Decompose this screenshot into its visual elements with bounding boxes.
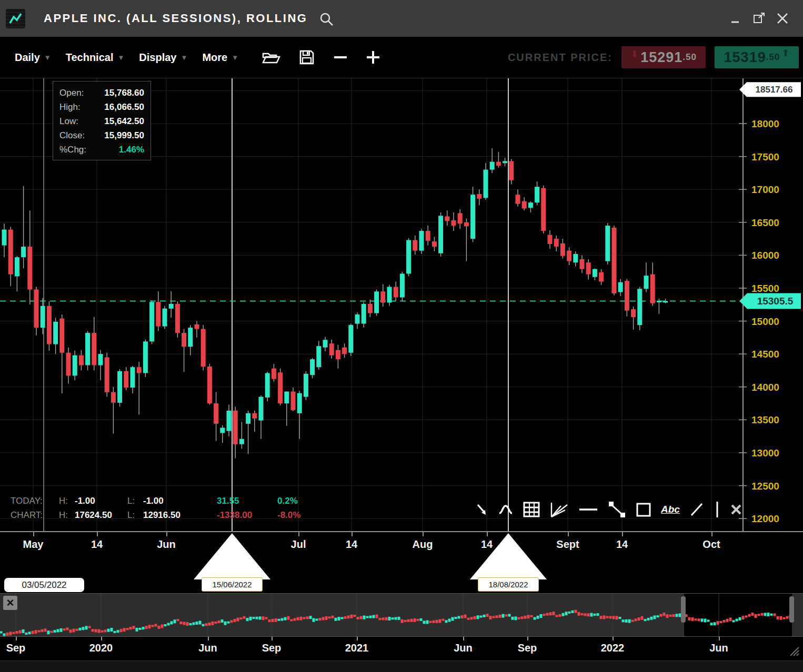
svg-text:16000: 16000	[751, 250, 779, 261]
chart-stats-row: CHART:H:17624.50 L:12916.50 -1338.00-8.0…	[11, 508, 338, 522]
date-marker-label[interactable]: 18/08/2022	[478, 577, 539, 592]
vertical-line-tool-icon[interactable]	[714, 499, 721, 520]
start-date-label: 03/05/2022	[4, 578, 84, 592]
mini-axis-label: Sep	[518, 642, 537, 654]
close-icon[interactable]	[775, 11, 790, 26]
app-chart-icon	[6, 9, 25, 28]
window-bottom-bar	[0, 660, 803, 672]
chevron-down-icon: ▼	[232, 54, 238, 62]
mini-axis-label: 2021	[345, 642, 369, 654]
mini-axis-tick	[463, 637, 464, 640]
ask-price-button[interactable]: 15319.50 ⬆	[715, 46, 799, 68]
chevron-down-icon: ▼	[44, 54, 51, 62]
menu-technical[interactable]: Technical▼	[66, 52, 125, 64]
x-axis-label: May	[23, 538, 44, 551]
date-marker-label[interactable]: 15/06/2022	[202, 577, 263, 592]
mini-axis-tick	[101, 637, 102, 640]
x-axis-label: Aug	[413, 538, 433, 551]
window-title: APPLE INC. (ALL SESSIONS), ROLLING	[44, 12, 307, 25]
x-axis-label: Sept	[556, 538, 579, 551]
mini-axis-tick	[613, 637, 614, 640]
mini-axis-tick	[16, 637, 17, 640]
arrow-up-icon: ⬆	[781, 47, 789, 59]
mini-axis-tick	[208, 637, 209, 640]
grid-tool-icon[interactable]	[523, 499, 540, 520]
x-axis-tick	[568, 532, 569, 536]
minimap-left-handle[interactable]	[681, 596, 686, 623]
mini-axis-tick	[272, 637, 273, 640]
current-price-label: CURRENT PRICE:	[508, 52, 613, 64]
x-axis-tick	[622, 532, 623, 536]
menu-more[interactable]: More▼	[202, 52, 238, 64]
mini-axis-label: Jun	[454, 642, 473, 654]
mini-axis-label: Sep	[6, 642, 26, 654]
mini-axis-label: Sep	[262, 642, 282, 654]
restore-button[interactable]	[751, 11, 767, 26]
minimap-right-handle[interactable]	[789, 596, 794, 623]
x-axis-tick	[711, 532, 712, 536]
mini-axis-tick	[719, 637, 720, 640]
toolbar: Daily▼ Technical▼ Display▼ More▼ CURRENT…	[0, 37, 803, 78]
minimize-button[interactable]	[728, 11, 744, 26]
menu-display[interactable]: Display▼	[139, 52, 187, 64]
chevron-down-icon: ▼	[117, 54, 124, 62]
bid-price-button[interactable]: ⬇ 15291.50	[621, 46, 706, 68]
cursor-tool-icon[interactable]	[475, 499, 489, 520]
x-axis-label: 14	[91, 538, 103, 551]
mini-axis-label: 2022	[601, 642, 625, 654]
minimap[interactable]: ✕	[0, 593, 803, 636]
mini-axis-label: Jun	[198, 642, 217, 654]
svg-text:14500: 14500	[751, 349, 779, 360]
zoom-out-icon[interactable]	[333, 50, 348, 65]
svg-text:16500: 16500	[751, 217, 779, 228]
x-axis-label: Oct	[702, 538, 720, 551]
pct-change-value: 1.46%	[119, 142, 144, 157]
drawing-toolbar: Abc	[475, 499, 742, 520]
last-price-tag: 15305.5	[757, 296, 794, 307]
session-high-tag: 18517.66	[756, 85, 793, 95]
resize-grip-icon[interactable]	[788, 645, 800, 659]
text-tool[interactable]: Abc	[661, 499, 680, 520]
arrow-down-icon: ⬇	[630, 48, 638, 60]
curve-tool-icon[interactable]	[498, 499, 514, 520]
svg-text:15500: 15500	[751, 283, 779, 294]
minimap-close-icon[interactable]: ✕	[3, 596, 17, 610]
title-bar: APPLE INC. (ALL SESSIONS), ROLLING	[0, 0, 803, 37]
menu-daily[interactable]: Daily▼	[15, 52, 51, 64]
mini-axis-tick	[357, 637, 358, 640]
open-folder-icon[interactable]	[262, 50, 280, 65]
horizontal-line-tool-icon[interactable]	[578, 499, 598, 520]
svg-text:17000: 17000	[751, 184, 779, 195]
mini-axis-tick	[527, 637, 528, 640]
main-chart-area[interactable]: 1800017500170001650016000155001500014500…	[0, 78, 803, 531]
search-icon[interactable]	[319, 12, 335, 27]
x-axis: May14JunJul14Aug14Sept14Oct 15/06/2022 1…	[0, 531, 803, 593]
svg-text:18000: 18000	[751, 118, 779, 129]
svg-text:15000: 15000	[751, 316, 779, 327]
x-axis-tick	[352, 532, 353, 536]
fan-lines-tool-icon[interactable]	[549, 499, 569, 520]
x-axis-tick	[33, 532, 34, 536]
rectangle-tool-icon[interactable]	[635, 499, 652, 520]
svg-text:17500: 17500	[751, 151, 779, 162]
mini-axis-label: 2020	[89, 642, 113, 654]
svg-text:13000: 13000	[751, 447, 779, 459]
chevron-down-icon: ▼	[181, 54, 188, 62]
save-icon[interactable]	[298, 49, 315, 66]
svg-text:12000: 12000	[751, 513, 779, 524]
zoom-in-icon[interactable]	[366, 50, 380, 65]
x-axis-label: Jul	[291, 538, 306, 551]
range-stats: TODAY:H:-1.00 L:-1.00 31.550.2% CHART:H:…	[11, 494, 338, 522]
x-axis-label: Jun	[157, 538, 176, 551]
ohlc-info-box: Open:15,768.60 High:16,066.50 Low:15,642…	[53, 81, 151, 160]
x-axis-label: 14	[346, 538, 357, 551]
diagonal-line-tool-icon[interactable]	[689, 499, 705, 520]
x-axis-tick	[298, 532, 299, 536]
date-marker-arrow[interactable]	[194, 533, 270, 579]
svg-text:13500: 13500	[751, 414, 779, 425]
x-axis-label: 14	[616, 538, 628, 551]
close-drawbar-icon[interactable]	[730, 499, 742, 520]
trend-line-tool-icon[interactable]	[607, 499, 626, 520]
x-axis-tick	[166, 532, 167, 536]
date-marker-arrow[interactable]	[470, 533, 547, 579]
